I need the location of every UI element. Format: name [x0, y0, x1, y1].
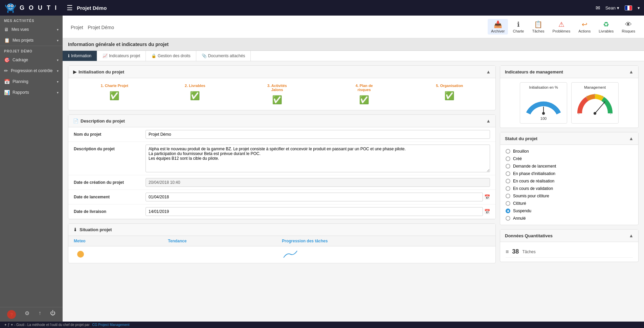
donnees-content: ≡ 38 Tâches [500, 242, 638, 262]
statut-brouillon[interactable]: Brouillon [506, 149, 633, 154]
bottom-link[interactable]: CG Project Management [92, 323, 130, 327]
statut-cours-realisation[interactable]: En cours de réalisation [506, 179, 633, 183]
charte-button[interactable]: ℹ Charte [509, 19, 527, 35]
statut-phase-init[interactable]: En phase d'initialisation [506, 171, 633, 176]
col-progression: Progression des tâches [276, 236, 495, 246]
help-button[interactable]: ? [7, 310, 16, 319]
statut-cours-valid-label: En cours de validation [513, 186, 553, 191]
sidebar-item-planning[interactable]: 📅 Planning ▾ [0, 76, 63, 87]
taches-list-icon: ≡ [506, 249, 509, 255]
tab-information[interactable]: ℹ Information [63, 51, 97, 61]
gauge-mgmt-svg: 1 2 3 2 1 [575, 91, 615, 115]
situation-title: Situation projet [80, 227, 491, 232]
initialisation-card: ▶ Initialisation du projet ▲ 1. Charte P… [68, 65, 496, 110]
archiver-button[interactable]: 📥 Archiver [488, 19, 508, 35]
donnees-taches: ≡ 38 Tâches [506, 246, 633, 258]
initialisation-collapse-icon[interactable]: ▲ [486, 69, 491, 74]
gauge-mgmt-title: Management [584, 85, 606, 89]
sidebar-item-mes-vues[interactable]: 🖥 Mes vues ▾ [0, 24, 63, 35]
rapports-icon: 📊 [4, 90, 10, 95]
sidebar-item-cadrage[interactable]: 🎯 Cadrage ▾ [0, 54, 63, 65]
risques-button[interactable]: 👁 Risques [618, 19, 639, 35]
projet-demo-label: PROJET DÉMO [0, 46, 63, 54]
problemes-button[interactable]: ⚠ Problèmes [549, 19, 574, 35]
indicateurs-collapse-icon[interactable]: ▲ [629, 69, 634, 74]
situation-table: Meteo Tendance Progression des tâches [68, 236, 495, 263]
date-lancement-calendar-icon[interactable]: 📅 [484, 194, 490, 200]
donnees-collapse-icon[interactable]: ▲ [629, 233, 634, 238]
rapports-arrow-icon: ▾ [57, 91, 59, 94]
tab-indicateurs[interactable]: 📈 Indicateurs projet [97, 51, 146, 61]
date-lancement-input[interactable] [146, 193, 483, 201]
situation-card: 🌡 Situation projet Meteo Tendance Progre… [68, 223, 496, 263]
tab-documents[interactable]: 📎 Documents attachés [196, 51, 251, 61]
statut-cree[interactable]: Créé [506, 156, 633, 161]
bottom-bar: ✦ ƒ ✦ - Gouti - La méthode et l'outil du… [0, 322, 644, 328]
statut-title: Statut du projet [505, 136, 629, 141]
radio-cours-real-icon [506, 179, 510, 183]
nom-projet-label: Nom du projet [74, 130, 141, 137]
settings-icon[interactable]: ⚙ [25, 310, 29, 319]
content-body: ▶ Initialisation du projet ▲ 1. Charte P… [63, 61, 644, 267]
svg-point-7 [77, 251, 84, 258]
description-projet-textarea[interactable] [146, 145, 490, 172]
step-plan-risques-check-icon: ✅ [359, 95, 369, 105]
nom-projet-row: Nom du projet [68, 127, 495, 142]
tab-documents-label: Documents attachés [208, 53, 245, 58]
radio-cloture-icon [506, 201, 510, 206]
statut-cloture-label: Clôturé [513, 201, 526, 206]
svg-text:2: 2 [586, 95, 588, 98]
statut-suspendu[interactable]: Suspendu [506, 209, 633, 213]
svg-rect-5 [7, 10, 9, 13]
sidebar-item-rapports[interactable]: 📊 Rapports ▾ [0, 87, 63, 98]
date-livraison-input[interactable] [146, 207, 483, 216]
hamburger-icon[interactable]: ☰ [67, 4, 73, 12]
gouti-logo-icon [4, 1, 17, 14]
language-flag[interactable] [625, 5, 632, 10]
statut-demande-lancement[interactable]: Demande de lancement [506, 164, 633, 169]
svg-line-15 [595, 102, 605, 113]
initialisation-title: Initialisation du projet [79, 69, 486, 74]
top-navbar: G O U T I ☰ Projet Démo ✉ Sean ▾ ▾ [0, 0, 644, 16]
planning-icon: 📅 [4, 79, 10, 84]
navbar-page-title: Projet Démo [77, 5, 596, 11]
mes-vues-icon: 🖥 [4, 27, 9, 32]
progression-chart-icon [282, 249, 299, 259]
mail-icon[interactable]: ✉ [596, 5, 600, 11]
flag-red [629, 6, 632, 10]
user-menu-button[interactable]: Sean ▾ [605, 5, 619, 10]
upload-icon[interactable]: ↑ [39, 310, 41, 319]
page-title: Projet Projet Démo [68, 23, 114, 31]
date-livraison-calendar-icon[interactable]: 📅 [484, 209, 490, 214]
left-panel: ▶ Initialisation du projet ▲ 1. Charte P… [68, 65, 496, 263]
col-tendance: Tendance [162, 236, 276, 246]
sidebar-item-mes-projets[interactable]: 📋 Mes projets ▾ [0, 35, 63, 46]
sidebar-item-progression[interactable]: ✏ Progression et contrôle ▾ [0, 65, 63, 76]
taches-button[interactable]: 📋 Tâches [529, 19, 548, 35]
charte-icon: ℹ [517, 20, 520, 28]
statut-cloture[interactable]: Clôturé [506, 201, 633, 206]
statut-annule[interactable]: Annulé [506, 216, 633, 221]
nom-projet-input[interactable] [146, 130, 490, 139]
info-generale-title: Information générale et indicateurs du p… [68, 42, 169, 47]
power-icon[interactable]: ⏻ [50, 310, 55, 319]
statut-soumis-cloture[interactable]: Soumis pour clôture [506, 194, 633, 198]
livrables-button[interactable]: ♻ Livrables [595, 19, 617, 35]
situation-icon: 🌡 [73, 227, 77, 232]
problemes-icon: ⚠ [558, 20, 564, 28]
risques-label: Risques [622, 29, 635, 33]
step-plan-risques: 4. Plan de risques ✅ [349, 84, 379, 105]
statut-collapse-icon[interactable]: ▲ [629, 136, 634, 141]
taches-donnees-label: Tâches [522, 249, 535, 254]
actions-button[interactable]: ↩ Actions [575, 19, 594, 35]
statut-cours-validation[interactable]: En cours de validation [506, 186, 633, 191]
date-livraison-label: Date de livraison [74, 207, 141, 214]
tab-documents-icon: 📎 [202, 53, 207, 58]
tabs-bar: ℹ Information 📈 Indicateurs projet 🔒 Ges… [63, 51, 644, 61]
weather-icon [74, 249, 87, 259]
tab-gestion-droits[interactable]: 🔒 Gestion des droits [146, 51, 196, 61]
description-collapse-icon[interactable]: ▲ [486, 118, 491, 124]
statut-cours-real-label: En cours de réalisation [513, 179, 554, 183]
tab-information-label: Information [71, 53, 91, 58]
tendance-cell [162, 246, 276, 263]
